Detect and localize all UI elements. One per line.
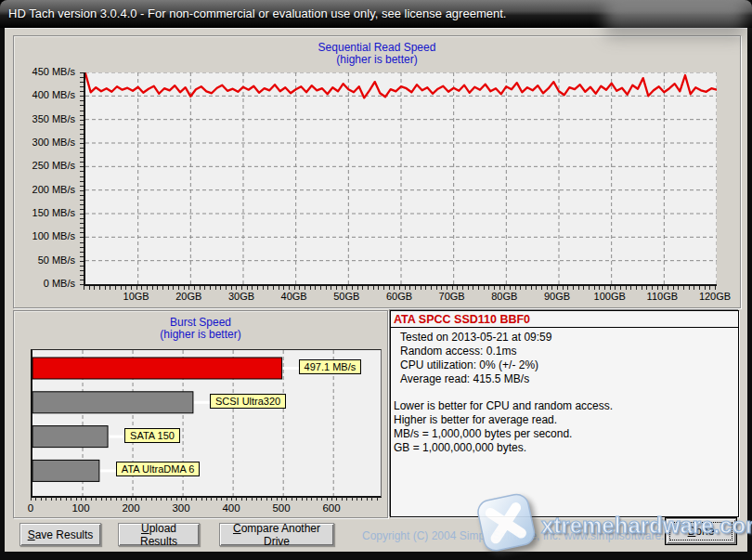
note-mbs: MB/s = 1,000,000 bytes per second. [394, 427, 738, 441]
note-lower: Lower is better for CPU and random acces… [394, 399, 738, 413]
seq-y-tick-label: 0 MB/s [14, 278, 75, 289]
save-results-button[interactable]: Save Results [19, 523, 101, 546]
sequential-read-panel: Sequential Read Speed (higher is better)… [13, 35, 741, 308]
seq-x-tick-label: 100GB [582, 291, 638, 302]
titlebar-blur-smudge [605, 0, 745, 39]
hdtach-window: HD Tach version 3.0.4.0 - For non-commer… [0, 0, 752, 560]
seq-y-tick-label: 300 MB/s [14, 137, 75, 148]
compare-another-drive-button[interactable]: Compare Another Drive [219, 523, 334, 546]
cpu-utilization: CPU utilization: 0% (+/- 2%) [400, 358, 738, 372]
seq-y-tick-label: 200 MB/s [14, 184, 75, 195]
seq-y-tick-label: 350 MB/s [14, 113, 75, 124]
burst-x-tick-label: 600 [313, 502, 350, 514]
drive-details: Tested on 2013-05-21 at 09:59 Random acc… [391, 328, 738, 386]
seq-x-tick-label: 120GB [687, 291, 743, 302]
burst-bar-label: ATA UltraDMA 6 [116, 462, 200, 476]
xtremehardware-watermark: xtremehardware.com [541, 513, 752, 539]
burst-x-tick-label: 200 [112, 502, 149, 514]
seq-x-tick-label: 20GB [161, 291, 216, 302]
burst-bar-label: 497.1 MB/s [299, 359, 362, 374]
client-area: Sequential Read Speed (higher is better)… [5, 28, 747, 552]
burst-chart-subtitle: (higher is better) [14, 328, 387, 341]
seq-x-tick-label: 110GB [634, 291, 690, 302]
burst-speed-panel: Burst Speed (higher is better) 497.1 MB/… [13, 310, 388, 518]
seq-x-tick-label: 70GB [424, 291, 480, 302]
burst-x-tick-label: 100 [62, 502, 99, 514]
seq-y-tick-label: 150 MB/s [14, 207, 75, 218]
burst-x-tick-label: 500 [263, 502, 300, 514]
drive-name: ATA SPCC SSD110 BBF0 [391, 311, 738, 328]
average-read: Average read: 415.5 MB/s [400, 372, 738, 386]
seq-y-tick-label: 250 MB/s [14, 160, 75, 171]
burst-x-tick-label: 0 [12, 502, 49, 514]
seq-x-tick-label: 40GB [266, 291, 322, 302]
burst-x-axis-ticks [31, 497, 381, 501]
burst-bar [32, 460, 99, 481]
upload-results-button[interactable]: Upload Results [118, 523, 200, 546]
random-access: Random access: 0.1ms [400, 345, 738, 358]
seq-x-tick-label: 30GB [214, 291, 269, 302]
seq-y-tick-label: 400 MB/s [14, 89, 75, 100]
legend-notes: Lower is better for CPU and random acces… [391, 386, 738, 455]
drive-info-panel: ATA SPCC SSD110 BBF0 Tested on 2013-05-2… [390, 310, 739, 517]
burst-chart-title: Burst Speed [14, 316, 387, 329]
seq-x-axis-ticks [84, 286, 716, 290]
seq-x-tick-label: 50GB [318, 291, 374, 302]
note-higher: Higher is better for average read. [394, 413, 738, 427]
note-gb: GB = 1,000,000,000 bytes. [394, 441, 738, 455]
burst-x-tick-label: 400 [213, 502, 250, 514]
window-title: HD Tach version 3.0.4.0 - For non-commer… [8, 0, 506, 28]
seq-x-tick-label: 10GB [109, 291, 164, 302]
seq-chart-title: Sequential Read Speed [14, 41, 740, 54]
seq-chart-subtitle: (higher is better) [14, 53, 740, 66]
burst-bar-label: SATA 150 [124, 428, 180, 443]
seq-x-tick-label: 60GB [371, 291, 427, 302]
burst-bar [32, 426, 108, 448]
burst-x-tick-label: 300 [162, 502, 200, 514]
seq-y-tick-label: 450 MB/s [14, 66, 75, 77]
seq-x-tick-label: 80GB [476, 291, 532, 302]
seq-y-tick-label: 50 MB/s [14, 254, 75, 266]
burst-bar-label: SCSI Ultra320 [210, 394, 286, 409]
seq-read-plot [84, 72, 717, 286]
seq-y-tick-label: 100 MB/s [14, 230, 75, 241]
seq-y-axis-ticks [80, 72, 84, 286]
burst-bar [32, 358, 282, 379]
seq-x-tick-label: 90GB [529, 291, 585, 302]
xtremehardware-logo-icon [469, 488, 545, 560]
burst-bar [32, 392, 193, 413]
tested-on: Tested on 2013-05-21 at 09:59 [400, 331, 738, 345]
